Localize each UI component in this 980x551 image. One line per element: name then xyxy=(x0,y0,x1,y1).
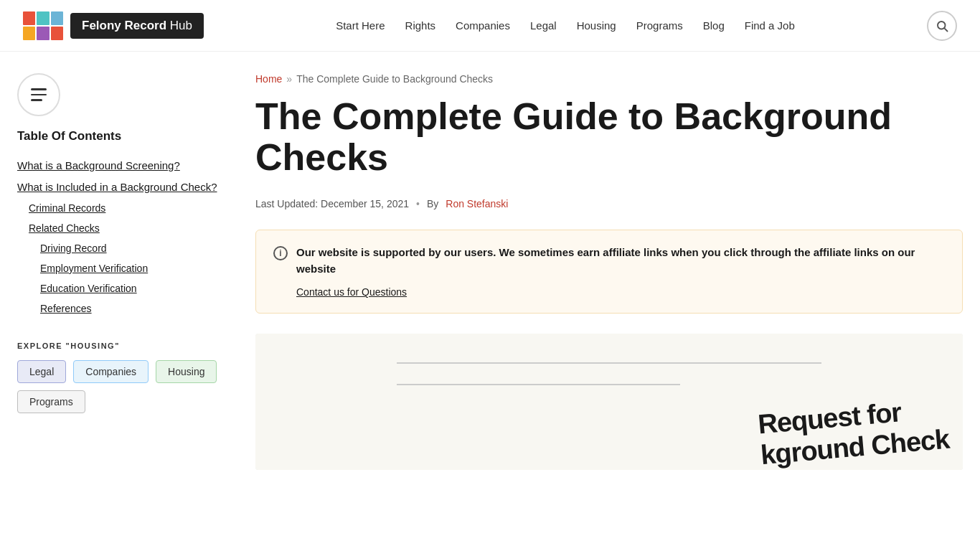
toc-link-background-screening[interactable]: What is a Background Screening? xyxy=(17,155,232,176)
logo-regular-text: Hub xyxy=(166,19,192,32)
tag-legal[interactable]: Legal xyxy=(17,360,66,383)
toc-link-education-verification[interactable]: Education Verification xyxy=(17,278,232,298)
tag-housing[interactable]: Housing xyxy=(156,360,217,383)
nav-legal[interactable]: Legal xyxy=(530,19,557,32)
affiliate-header: i Our website is supported by our users.… xyxy=(273,245,945,277)
nav-find-a-job[interactable]: Find a Job xyxy=(745,19,795,32)
tag-programs[interactable]: Programs xyxy=(17,390,85,413)
list-item: Education Verification xyxy=(17,278,232,298)
logo-block-5 xyxy=(37,27,49,40)
breadcrumb-home[interactable]: Home xyxy=(255,73,282,85)
explore-tags: Legal Companies Housing Programs xyxy=(17,360,232,413)
doc-line-2 xyxy=(397,384,679,385)
list-item: Related Checks xyxy=(17,218,232,238)
logo-block-1 xyxy=(23,11,35,25)
info-icon: i xyxy=(273,246,288,260)
toc-link-criminal-records[interactable]: Criminal Records xyxy=(17,198,232,218)
nav-housing[interactable]: Housing xyxy=(577,19,616,32)
article-content: Home » The Complete Guide to Background … xyxy=(255,73,963,470)
menu-line-2 xyxy=(31,94,47,96)
affiliate-notice: i Our website is supported by our users.… xyxy=(255,230,963,314)
toc-title: Table Of Contents xyxy=(17,129,232,143)
explore-title: EXPLORE "HOUSING" xyxy=(17,342,232,350)
article-title: The Complete Guide to Background Checks xyxy=(255,96,963,178)
main-nav: Start Here Rights Companies Legal Housin… xyxy=(336,19,795,32)
svg-line-1 xyxy=(944,28,947,31)
breadcrumb-separator: » xyxy=(286,73,292,85)
meta-dot: • xyxy=(416,198,420,209)
toc-icon-circle xyxy=(17,73,60,116)
affiliate-contact-link[interactable]: Contact us for Questions xyxy=(296,286,407,298)
list-item: What is a Background Screening? xyxy=(17,155,232,176)
menu-line-3 xyxy=(31,99,42,101)
logo-block-3 xyxy=(51,11,63,25)
toc-link-employment-verification[interactable]: Employment Verification xyxy=(17,258,232,278)
logo-bold-text: Felony Record xyxy=(82,19,166,32)
toc-link-references[interactable]: References xyxy=(17,298,232,319)
logo-text[interactable]: Felony Record Hub xyxy=(70,13,204,39)
article-meta: Last Updated: December 15, 2021 • By Ron… xyxy=(255,198,963,209)
search-icon xyxy=(936,19,948,32)
nav-blog[interactable]: Blog xyxy=(703,19,725,32)
menu-line-1 xyxy=(31,88,47,90)
nav-companies[interactable]: Companies xyxy=(456,19,510,32)
site-header: Felony Record Hub Start Here Rights Comp… xyxy=(0,0,980,52)
list-item: References xyxy=(17,298,232,319)
toc-list: What is a Background Screening? What is … xyxy=(17,155,232,319)
nav-start-here[interactable]: Start Here xyxy=(336,19,385,32)
nav-programs[interactable]: Programs xyxy=(636,19,683,32)
toc-link-related-checks[interactable]: Related Checks xyxy=(17,218,232,238)
hero-image: Request for kground Check xyxy=(255,334,963,470)
tag-companies[interactable]: Companies xyxy=(73,360,149,383)
search-button[interactable] xyxy=(927,11,957,41)
page-layout: Table Of Contents What is a Background S… xyxy=(0,52,980,491)
doc-line-1 xyxy=(397,362,821,364)
logo-block-6 xyxy=(51,27,63,40)
logo-block-4 xyxy=(23,27,35,40)
logo-blocks xyxy=(23,11,63,40)
list-item: Employment Verification xyxy=(17,258,232,278)
logo-block-2 xyxy=(37,11,49,25)
article-date: Last Updated: December 15, 2021 xyxy=(255,198,409,209)
meta-by: By xyxy=(427,198,438,209)
toc-link-driving-record[interactable]: Driving Record xyxy=(17,238,232,258)
affiliate-text: Our website is supported by our users. W… xyxy=(296,245,945,277)
toc-link-included-check[interactable]: What is Included in a Background Check? xyxy=(17,176,232,198)
list-item: What is Included in a Background Check? xyxy=(17,176,232,198)
list-item: Criminal Records xyxy=(17,198,232,218)
breadcrumb-current: The Complete Guide to Background Checks xyxy=(296,73,493,85)
article-author[interactable]: Ron Stefanski xyxy=(446,198,508,209)
hero-image-content: Request for kground Check xyxy=(255,334,963,470)
nav-rights[interactable]: Rights xyxy=(405,19,436,32)
sidebar: Table Of Contents What is a Background S… xyxy=(17,73,232,470)
logo-area[interactable]: Felony Record Hub xyxy=(23,11,204,40)
explore-section: EXPLORE "HOUSING" Legal Companies Housin… xyxy=(17,342,232,413)
breadcrumb: Home » The Complete Guide to Background … xyxy=(255,73,963,85)
toc-menu-icon xyxy=(31,88,47,101)
list-item: Driving Record xyxy=(17,238,232,258)
